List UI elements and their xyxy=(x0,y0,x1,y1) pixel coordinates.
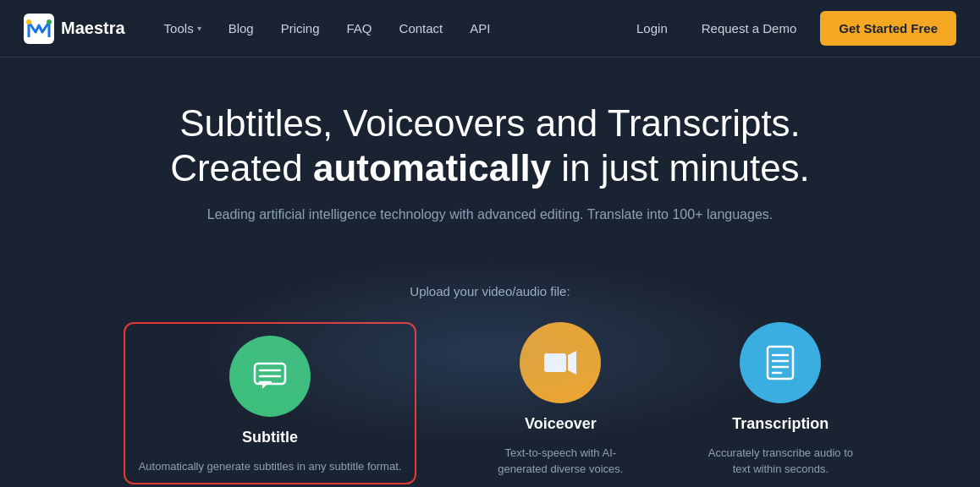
svg-rect-10 xyxy=(768,347,793,379)
navbar: Maestra Tools ▾ Blog Pricing FAQ Contact… xyxy=(0,0,980,57)
svg-marker-7 xyxy=(262,384,267,389)
nav-api[interactable]: API xyxy=(458,14,502,42)
hero-title: Subtitles, Voiceovers and Transcripts. C… xyxy=(17,101,963,191)
card-row: Subtitle Automatically generate subtitle… xyxy=(17,322,963,485)
voiceover-icon xyxy=(541,343,580,382)
svg-rect-8 xyxy=(544,353,566,372)
upload-section: Upload your video/audio file: Subtitle A… xyxy=(0,259,980,485)
transcription-card-title: Transcription xyxy=(732,415,829,433)
logo-text: Maestra xyxy=(61,19,125,38)
nav-right: Login Request a Demo Get Started Free xyxy=(626,11,956,46)
hero-section: Subtitles, Voiceovers and Transcripts. C… xyxy=(0,57,980,259)
svg-point-1 xyxy=(26,19,31,25)
svg-point-2 xyxy=(47,19,52,25)
nav-tools[interactable]: Tools ▾ xyxy=(152,14,213,42)
nav-contact[interactable]: Contact xyxy=(388,14,455,42)
voiceover-card-desc: Text-to-speech with AI-generated diverse… xyxy=(484,445,636,478)
nav-pricing[interactable]: Pricing xyxy=(269,14,332,42)
nav-blog[interactable]: Blog xyxy=(217,14,266,42)
subtitle-card-title: Subtitle xyxy=(242,429,298,446)
login-button[interactable]: Login xyxy=(626,14,678,42)
nav-faq[interactable]: FAQ xyxy=(335,14,384,42)
voiceover-card-title: Voiceover xyxy=(525,415,597,433)
transcription-icon-bg xyxy=(740,322,821,403)
card-subtitle[interactable]: Subtitle Automatically generate subtitle… xyxy=(124,322,417,485)
svg-rect-3 xyxy=(255,364,285,384)
chevron-down-icon: ▾ xyxy=(197,24,201,33)
subtitle-icon xyxy=(251,357,289,396)
voiceover-icon-bg xyxy=(520,322,601,403)
request-demo-button[interactable]: Request a Demo xyxy=(691,14,807,42)
card-voiceover[interactable]: Voiceover Text-to-speech with AI-generat… xyxy=(484,322,636,478)
card-transcription[interactable]: Transcription Accurately transcribe audi… xyxy=(704,322,856,478)
logo[interactable]: Maestra xyxy=(24,14,125,44)
transcription-icon xyxy=(761,343,800,382)
subtitle-card-desc: Automatically generate subtitles in any … xyxy=(139,458,402,475)
nav-links: Tools ▾ Blog Pricing FAQ Contact API xyxy=(152,14,626,42)
get-started-button[interactable]: Get Started Free xyxy=(820,11,956,46)
hero-subtitle: Leading artificial intelligence technolo… xyxy=(17,205,963,225)
svg-marker-9 xyxy=(568,351,576,375)
subtitle-icon-bg xyxy=(229,336,311,417)
transcription-card-desc: Accurately transcribe audio to text with… xyxy=(704,445,856,478)
upload-label: Upload your video/audio file: xyxy=(17,284,963,298)
